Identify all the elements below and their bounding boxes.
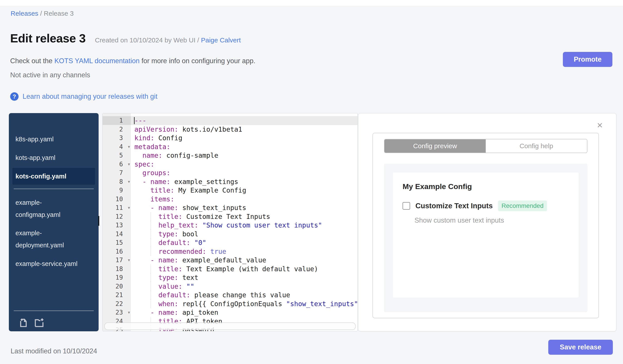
code-line[interactable]: type: text <box>131 273 357 282</box>
horizontal-scrollbar[interactable] <box>104 323 356 330</box>
line-number: 17 <box>115 256 123 264</box>
page-title: Edit release 3 <box>10 31 86 45</box>
line-number: 6 <box>119 161 123 168</box>
line-number: 20 <box>115 283 123 290</box>
line-number: 4 <box>119 143 123 150</box>
config-group-title: My Example Config <box>402 173 569 191</box>
breadcrumb-releases-link[interactable]: Releases <box>11 10 38 17</box>
line-number: 10 <box>115 196 123 203</box>
tab-config-help[interactable]: Config help <box>486 139 587 153</box>
kots-yaml-doc-link[interactable]: KOTS YAML documentation <box>54 57 139 65</box>
line-number: 2 <box>119 126 123 133</box>
line-number: 14 <box>115 230 123 238</box>
author-link[interactable]: Paige Calvert <box>201 37 241 44</box>
code-line[interactable]: spec: <box>131 160 357 169</box>
close-icon[interactable]: × <box>595 121 604 130</box>
add-folder-icon[interactable] <box>34 318 44 328</box>
tab-config-preview[interactable]: Config preview <box>384 139 486 153</box>
recommended-badge: Recommended <box>498 201 547 211</box>
line-number: 1 <box>119 117 123 124</box>
line-number: 8 <box>119 178 123 185</box>
line-number: 9 <box>119 187 123 194</box>
release-meta: Created on 10/10/2024 by Web UI / Paige … <box>95 37 241 44</box>
sidebar-file-item[interactable]: kots-config.yaml <box>12 168 95 185</box>
line-number: 13 <box>115 222 123 229</box>
sidebar-file-item[interactable]: example- configmap.yaml <box>12 194 95 223</box>
code-line[interactable]: when: repl{{ ConfigOptionEquals "show_te… <box>131 300 357 308</box>
code-line[interactable]: title: My Example Config <box>131 186 357 195</box>
fold-arrow-icon[interactable]: ▾ <box>128 177 130 186</box>
example-config-card: My Example Config Customize Text Inputs … <box>393 173 578 298</box>
sidebar-file-item[interactable]: kots-app.yaml <box>12 149 95 166</box>
fold-arrow-icon[interactable]: ▾ <box>128 256 130 265</box>
channel-status: Not active in any channels <box>10 71 90 79</box>
code-line[interactable]: - name: example_settings <box>131 177 357 186</box>
code-line[interactable]: recommended: true <box>131 247 357 256</box>
preview-tabs: Config preview Config help <box>384 139 587 153</box>
code-line[interactable]: apiVersion: kots.io/v1beta1 <box>131 125 357 134</box>
code-line[interactable]: default: please change this value <box>131 291 357 300</box>
fold-arrow-icon[interactable]: ▾ <box>128 308 130 317</box>
config-item-help-text: Show custom user text inputs <box>415 217 569 224</box>
code-line[interactable]: help_text: "Show custom user text inputs… <box>131 221 357 230</box>
fold-arrow-icon[interactable]: ▾ <box>128 142 130 151</box>
line-number: 11 <box>115 204 123 211</box>
code-line[interactable]: title: Text Example (with default value) <box>131 265 357 273</box>
code-line[interactable]: - name: show_text_inputs <box>131 203 357 212</box>
fold-arrow-icon[interactable]: ▾ <box>128 160 130 169</box>
help-icon[interactable]: ? <box>10 92 19 101</box>
breadcrumb-separator: / <box>38 10 44 17</box>
file-divider <box>14 189 94 189</box>
code-line[interactable]: groups: <box>131 168 357 177</box>
code-line[interactable]: --- <box>131 116 357 125</box>
text-caret <box>134 117 135 124</box>
sidebar-file-item[interactable]: example- deployment.yaml <box>12 225 95 254</box>
line-number: 23 <box>115 309 123 316</box>
sidebar-file-item[interactable]: k8s-app.yaml <box>12 131 95 147</box>
line-number: 22 <box>115 300 123 307</box>
code-line[interactable]: type: bool <box>131 230 357 239</box>
line-number: 15 <box>115 239 123 246</box>
code-line[interactable]: title: Customize Text Inputs <box>131 212 357 221</box>
last-modified-text: Last modified on 10/10/2024 <box>11 347 97 355</box>
add-file-icon[interactable] <box>18 318 28 328</box>
line-number: 12 <box>115 213 123 220</box>
git-releases-link[interactable]: Learn about managing your releases with … <box>22 93 157 101</box>
yaml-editor[interactable]: 1234▾56▾78▾91011▾121314151617▾1819202122… <box>102 113 358 331</box>
line-number: 7 <box>119 169 123 177</box>
line-number: 21 <box>115 291 123 299</box>
sidebar-bottom-divider <box>14 311 94 311</box>
code-line[interactable]: kind: Config <box>131 134 357 142</box>
sidebar-file-item[interactable]: example-service.yaml <box>12 255 95 272</box>
config-preview-panel: × Config preview Config help My Example … <box>358 113 616 331</box>
top-strip <box>0 0 623 6</box>
config-card: Config preview Config help My Example Co… <box>373 133 599 318</box>
fold-arrow-icon[interactable]: ▾ <box>128 203 130 212</box>
code-lines[interactable]: ---apiVersion: kots.io/v1beta1kind: Conf… <box>131 113 357 331</box>
code-line[interactable]: metadata: <box>131 142 357 151</box>
code-line[interactable]: default: "0" <box>131 238 357 247</box>
code-line[interactable]: - name: api_token <box>131 308 357 317</box>
line-number: 16 <box>115 248 123 255</box>
editor-gutter: 1234▾56▾78▾91011▾121314151617▾1819202122… <box>103 113 131 331</box>
line-number: 3 <box>119 134 123 142</box>
code-line[interactable]: value: "" <box>131 282 357 291</box>
breadcrumb: Releases / Release 3 <box>11 10 74 17</box>
config-item-label: Customize Text Inputs <box>415 202 493 210</box>
promote-button[interactable]: Promote <box>563 52 612 67</box>
doc-hint: Check out the KOTS YAML documentation fo… <box>10 57 255 65</box>
line-number: 19 <box>115 274 123 281</box>
code-line[interactable]: name: config-sample <box>131 151 357 160</box>
breadcrumb-current: Release 3 <box>44 10 74 17</box>
line-number: 5 <box>119 152 123 159</box>
file-sidebar: k8s-app.yamlkots-app.yamlkots-config.yam… <box>9 113 99 331</box>
code-line[interactable]: - name: example_default_value <box>131 256 357 265</box>
line-number: 18 <box>115 265 123 273</box>
customize-text-inputs-checkbox[interactable] <box>402 202 410 210</box>
code-line[interactable]: items: <box>131 195 357 204</box>
preview-area: My Example Config Customize Text Inputs … <box>384 164 587 312</box>
save-release-button[interactable]: Save release <box>548 340 613 355</box>
file-list: k8s-app.yamlkots-app.yamlkots-config.yam… <box>9 113 99 272</box>
